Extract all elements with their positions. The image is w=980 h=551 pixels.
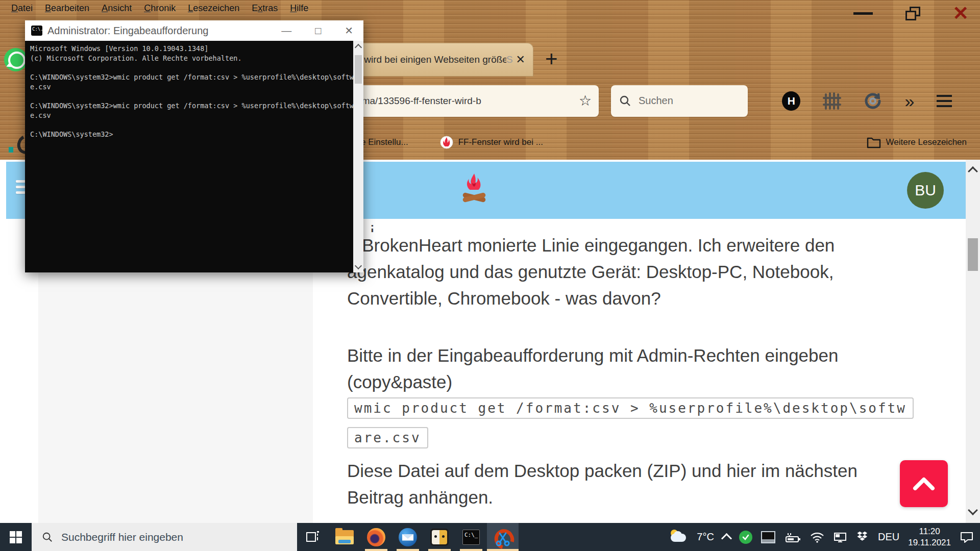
cmd-line: Microsoft Windows [Version 10.0.19043.13… [30, 44, 352, 54]
bookmark-item-ff-fenster[interactable]: FF-Fenster wird bei ... [440, 136, 543, 149]
bookmark-label: FF-Fenster wird bei ... [458, 137, 543, 147]
paragraph-line: Diese Datei auf dem Desktop packen (ZIP)… [347, 458, 934, 484]
display-connect-icon[interactable] [833, 531, 847, 543]
restore-icon[interactable] [905, 7, 920, 20]
paragraph-line: (copy&paste) [347, 369, 934, 395]
cmd-taskbar-button[interactable]: C:\_ [455, 523, 487, 551]
post-content: gj n BrokenHeart monierte Linie eingegan… [347, 219, 934, 511]
firefox-taskbar-button[interactable] [360, 523, 392, 551]
search-box[interactable] [611, 85, 748, 117]
paragraph-line: agenkatalog und das genutzte Gerät: Desk… [347, 259, 934, 285]
h-extension-icon[interactable]: H [782, 91, 800, 111]
user-avatar[interactable]: BU [907, 172, 944, 209]
tab-strip: FF-Fenster wird bei einigen Webseiten gr… [301, 43, 980, 77]
cmd-scroll-down-icon[interactable] [355, 262, 362, 269]
dog-app-icon [430, 529, 449, 546]
battery-icon[interactable] [784, 531, 801, 543]
fence-extension-icon[interactable] [823, 91, 841, 111]
code-line[interactable]: are.csv [347, 427, 428, 448]
cmd-icon: C:\_ [462, 530, 480, 545]
tab-title-fade: S [506, 54, 513, 65]
cmd-window: C:\. Administrator: Eingabeaufforderung … [25, 20, 363, 272]
cmd-window-title: Administrator: Eingabeaufforderung [47, 25, 281, 37]
time-label: 11:20 [908, 526, 951, 537]
clearurls-extension-icon[interactable] [863, 91, 883, 111]
thunderbird-taskbar-button[interactable] [392, 523, 424, 551]
date-label: 19.11.2021 [908, 537, 951, 548]
whatsapp-icon[interactable] [4, 48, 28, 71]
security-check-icon[interactable] [739, 531, 752, 544]
dropbox-icon[interactable] [856, 531, 869, 543]
temperature-label[interactable]: 7°C [697, 531, 714, 543]
weather-icon[interactable] [670, 530, 688, 545]
close-icon[interactable]: ✕ [952, 4, 969, 23]
taskbar-clock[interactable]: 11:20 19.11.2021 [908, 526, 951, 548]
cmd-line [30, 91, 352, 101]
paragraph-line: Beitrag anhängen. [347, 484, 934, 511]
code-line[interactable]: wmic product get /format:csv > %userprof… [347, 397, 914, 419]
taskbar-search[interactable] [32, 523, 297, 551]
tray-expand-icon[interactable] [721, 533, 732, 544]
cmd-scrollbar[interactable] [353, 41, 363, 272]
scroll-to-top-button[interactable] [900, 460, 948, 507]
toolbar-icons: H » [760, 91, 974, 111]
menu-chronik[interactable]: Chronik [144, 3, 176, 14]
cmd-maximize-icon[interactable]: □ [315, 25, 321, 37]
windows-logo-icon [10, 531, 22, 543]
task-view-button[interactable] [297, 523, 329, 551]
cmd-output[interactable]: Microsoft Windows [Version 10.0.19043.13… [25, 41, 363, 272]
cmd-scroll-up-icon[interactable] [355, 44, 362, 51]
dog-app-taskbar-button[interactable] [424, 523, 455, 551]
cmd-title-bar[interactable]: C:\. Administrator: Eingabeaufforderung … [25, 20, 363, 41]
scrollbar-down-icon[interactable] [968, 505, 978, 515]
cmd-icon: C:\. [31, 26, 42, 36]
bookmark-star-icon[interactable]: ☆ [579, 94, 592, 108]
keyboard-language-label[interactable]: DEU [878, 531, 899, 543]
console-tray-icon[interactable] [761, 531, 775, 543]
firefox-icon [367, 528, 385, 546]
page-scrollbar[interactable] [966, 160, 980, 523]
screenshot-tool-taskbar-button[interactable] [487, 523, 519, 551]
wifi-icon[interactable] [810, 532, 824, 543]
taskbar: C:\_ 7°C DEU 11:20 19.11.2021 [0, 523, 980, 551]
paragraph-line: n BrokenHeart monierte Linie eingegangen… [347, 232, 934, 259]
cmd-minimize-icon[interactable]: — [281, 25, 291, 37]
start-button[interactable] [0, 523, 32, 551]
app-menu-icon[interactable] [937, 95, 952, 107]
cmd-scroll-thumb[interactable] [355, 55, 362, 84]
minimize-icon[interactable] [853, 12, 873, 15]
system-tray: 7°C DEU 11:20 19.11.2021 [670, 526, 980, 548]
file-explorer-button[interactable] [329, 523, 360, 551]
search-input[interactable] [638, 94, 740, 107]
menu-bar: Datei Bearbeiten Ansicht Chronik Lesezei… [0, 0, 980, 17]
cmd-line: e.csv [30, 82, 352, 92]
menu-bearbeiten[interactable]: Bearbeiten [45, 3, 89, 14]
taskbar-search-input[interactable] [60, 531, 287, 544]
campfire-logo[interactable] [462, 173, 486, 207]
search-icon [42, 532, 53, 543]
overflow-menu-icon[interactable]: » [904, 92, 914, 110]
teal-fragment-icon [9, 147, 13, 153]
menu-extras[interactable]: Extras [252, 3, 278, 14]
cmd-line: C:\WINDOWS\system32>wmic product get /fo… [30, 101, 352, 111]
action-center-icon[interactable] [960, 531, 974, 544]
scrollbar-thumb[interactable] [968, 238, 978, 271]
tab-close-icon[interactable]: ✕ [516, 54, 525, 65]
thunderbird-icon [399, 528, 417, 546]
menu-ansicht[interactable]: Ansicht [102, 3, 132, 14]
cmd-prompt-line: C:\WINDOWS\system32> [30, 130, 352, 139]
scrollbar-up-icon[interactable] [968, 166, 978, 177]
search-icon [619, 95, 631, 107]
more-bookmarks[interactable]: Weitere Lesezeichen [867, 136, 967, 148]
more-bookmarks-label: Weitere Lesezeichen [886, 137, 967, 147]
cmd-line: e.csv [30, 111, 352, 120]
menu-lesezeichen[interactable]: Lesezeichen [188, 3, 239, 14]
new-tab-button[interactable]: + [545, 48, 558, 70]
menu-datei[interactable]: Datei [11, 3, 33, 14]
screenshot-tool-icon [494, 528, 512, 546]
paragraph-line: Convertible, Chromebook - was davon? [347, 285, 934, 312]
flame-favicon [440, 136, 453, 149]
folder-icon [867, 136, 881, 148]
menu-hilfe[interactable]: Hilfe [290, 3, 308, 14]
cmd-close-icon[interactable]: ✕ [345, 24, 353, 37]
